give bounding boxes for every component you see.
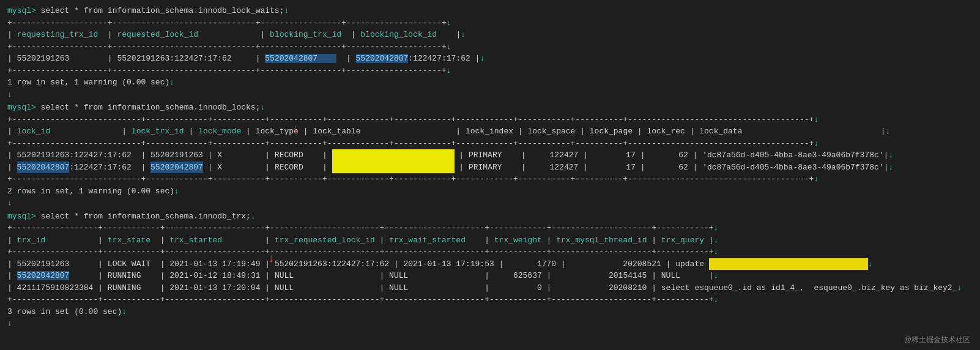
innodb-trx-section: mysql> select * from information_schema.… [7,210,973,330]
trx-row-1: | 55202191263 | LOCK WAIT | 2021-01-13 1… [7,258,973,270]
header-1: | requesting_trx_id | requested_lock_id … [7,29,973,41]
sep6: +---------------------------+-----------… [7,173,973,185]
sep9: +------------------+------------+-------… [7,294,973,306]
row-1-1: | 55202191263 | 55202191263:122427:17:62… [7,53,973,65]
trx-row-2: | 55202042807 | RUNNING | 2021-01-12 18:… [7,270,973,282]
lock-waits-section: mysql> select * from information_schema.… [7,5,973,100]
sep2: +--------------------+------------------… [7,41,973,53]
watermark: @稀土掘金技术社区 [904,334,970,345]
result-3: 3 rows in set (0.00 sec)↓ [7,306,973,318]
sep8: +------------------+------------+-------… [7,246,973,258]
header-2: | lock_id | lock_trx_id | lock_mode | lo… [7,125,973,138]
sep1: +--------------------+------------------… [7,17,973,29]
terminal: mysql> select * from information_schema.… [7,5,973,330]
result-2: 2 rows in set, 1 warning (0.00 sec)↓ [7,185,973,198]
sep5: +---------------------------+-----------… [7,138,973,150]
result-1: 1 row in set, 1 warning (0.00 sec)↓ [7,76,973,89]
prompt-2: mysql> select * from information_schema.… [7,102,973,114]
sep4: +---------------------------+-----------… [7,114,973,126]
sep3: +--------------------+------------------… [7,65,973,77]
innodb-locks-section: mysql> select * from information_schema.… [7,102,973,209]
locks-row-1: | 55202191263:122427:17:62 | 55202191263… [7,149,973,162]
prompt-1: mysql> select * from information_schema.… [7,5,973,17]
blank-3: ↓ [7,318,973,330]
locks-row-2: | 55202042807:122427:17:62 | 55202042807… [7,162,973,174]
trx-row-3: | 4211175910823384 | RUNNING | 2021-01-1… [7,282,973,294]
blank-1: ↓ [7,89,973,101]
prompt-3: mysql> select * from information_schema.… [7,210,973,223]
header-3: | trx_id | trx_state | trx_started | trx… [7,234,973,247]
sep7: +------------------+------------+-------… [7,222,973,234]
blank-2: ↓ [7,197,973,209]
